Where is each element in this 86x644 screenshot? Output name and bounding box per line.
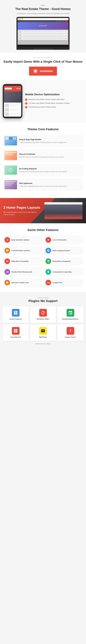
other-features-section: Some Other Features Easy Automatic Updat… [0, 223, 86, 292]
admin-icon [4, 248, 10, 253]
feature-row-1: Drag & Drop Page Builder Visual Composer… [3, 134, 83, 147]
multilang-label: Multi Language Support [52, 250, 70, 252]
install-section: One click on installation Easily Import … [0, 52, 86, 80]
freely-label: Free& compatible [3, 297, 83, 298]
laptop-mockup: 123 ELSTON AVE $450k $320k [16, 17, 70, 50]
multilang-icon [45, 248, 51, 253]
install-heading: Easily Import Demo With a Single Click o… [3, 60, 83, 64]
mailchimp-icon [39, 327, 47, 335]
contact-form-7-icon: 7 [67, 327, 74, 335]
home-pages-image [44, 202, 83, 219]
core-features-section: Theme Core Features Drag & Drop Page Bui… [0, 122, 86, 198]
revolution-slider-name: Revolution Slider [32, 318, 54, 320]
mobile-info: Mobile Device Optimization 1 Absolutely … [25, 93, 83, 110]
plugin-contact-form-7: 7 Contact Form 7 [57, 324, 83, 341]
mobile-feature-1: 1 Absolutely all scrollable sections sup… [25, 98, 83, 101]
plugin-booked: Booked Appointments [57, 306, 83, 323]
feature-card-sticky: Sticky Menus Supported [44, 257, 83, 266]
plugins-grid: Visual Composer Revolution Slider Booked… [3, 306, 83, 341]
maps-label: Customizable Google Map [52, 271, 72, 273]
feature-row-3: ✗ No Coding Required No need to be a pro… [3, 164, 83, 176]
hero-section: Meet The Real Estate Theme - Good Homes … [0, 0, 86, 52]
plugin-mailchimp: MailChimp [30, 324, 56, 341]
fonts-icons-icon [4, 280, 10, 286]
core-features-heading: Theme Core Features [3, 128, 83, 131]
essential-grid-name: Essential Grid [4, 336, 27, 338]
booked-name: Booked Appointments [59, 318, 82, 320]
revolution-slider-icon [39, 309, 47, 316]
essential-grid-icon [12, 327, 20, 335]
mobile-heading: Mobile Device Optimization [25, 93, 83, 96]
feature-card-easy-updates: Easy Automatic Updates [3, 235, 42, 244]
more-plugins-label: and many more others [3, 343, 83, 344]
plugins-section: Free& compatible Plugins We Support Visu… [0, 292, 86, 350]
parallax-icon [4, 269, 10, 275]
install-icon [33, 68, 38, 74]
home-pages-description: We create Beautiful Unique Demos with Di… [3, 211, 42, 216]
visual-composer-icon [12, 309, 20, 316]
home-pages-text: 2 Home Pages Layouts We create Beautiful… [3, 206, 42, 216]
phone-mockup [3, 84, 22, 118]
laptop-screen: 123 ELSTON AVE $450k $320k [18, 18, 68, 45]
feature-text-2: Easy to Customize Awesome easy-to-use op… [19, 153, 64, 158]
mailchimp-name: MailChimp [32, 336, 54, 338]
google-fonts-icon: Aa [45, 280, 51, 286]
feature-text-4: SEO Optimized HTML code integrated into … [19, 182, 67, 188]
parallax-label: Parallax Effect Backgrounds [11, 271, 32, 273]
feature-image-3: ✗ [4, 166, 17, 175]
home-pages-banner: 2 Home Pages Layouts We create Beautiful… [0, 198, 86, 223]
feature-card-megamenu: Mega Menu Compatible [3, 257, 42, 266]
hero-title: The Real Estate Theme - Good Homes [3, 7, 83, 11]
feature-row-4: SEO Optimized HTML code integrated into … [3, 178, 83, 191]
booked-icon [67, 309, 74, 316]
feature-image-1 [4, 136, 17, 146]
easy-updates-label: Easy Automatic Updates [11, 239, 30, 241]
hero-subtitle: An awesome user-friendly combination of … [3, 12, 83, 15]
sticky-label: Sticky Menus Supported [52, 260, 70, 262]
admin-label: Powerful Admin Interface [11, 250, 30, 252]
one-click-label: One click on installation [3, 57, 83, 58]
maps-icon [45, 269, 51, 275]
feature-row-2: Easy to Customize Awesome easy-to-use op… [3, 149, 83, 162]
feature-card-fonts-icons: Awesome Fontelo Icons [3, 278, 42, 287]
feature-card-multilang: Multi Language Support [44, 246, 83, 255]
sticky-icon [45, 258, 51, 264]
megamenu-label: Mega Menu Compatible [11, 260, 29, 262]
fonts-icons-label: Awesome Fontelo Icons [11, 282, 29, 284]
shortcodes-label: Lots of Shortcodes [52, 239, 66, 241]
install-button[interactable]: Installation [29, 66, 57, 76]
shortcodes-icon [45, 237, 51, 243]
megamenu-icon [4, 258, 10, 264]
feature-image-2 [4, 151, 17, 160]
other-features-heading: Some Other Features [3, 228, 83, 232]
phone-screen [4, 86, 21, 117]
feature-card-admin: Powerful Admin Interface [3, 246, 42, 255]
easy-updates-icon [4, 237, 10, 243]
install-label: Installation [40, 70, 53, 73]
feature-card-maps: Customizable Google Map [44, 268, 83, 276]
feature-card-parallax: Parallax Effect Backgrounds [3, 268, 42, 276]
feature-text-1: Drag & Drop Page Builder Visual Composer… [19, 138, 67, 144]
contact-form-7-name: Contact Form 7 [59, 336, 82, 338]
plugin-visual-composer: Visual Composer [3, 306, 29, 323]
visual-composer-name: Visual Composer [4, 318, 27, 320]
mobile-feature-2: 2 The theme uses Mobile Friendly sliders… [25, 102, 83, 104]
plugin-essential-grid: Essential Grid [3, 324, 29, 341]
feature-card-shortcodes: Lots of Shortcodes [44, 235, 83, 244]
mobile-section: Mobile Device Optimization 1 Absolutely … [0, 80, 86, 122]
home-pages-heading: 2 Home Pages Layouts [3, 206, 42, 210]
google-fonts-label: Google Fonts [52, 282, 62, 284]
feature-text-3: No Coding Required No need to be a profe… [19, 168, 67, 173]
plugin-revolution-slider: Revolution Slider [30, 306, 56, 323]
feature-image-4 [4, 180, 17, 189]
feature-card-google-fonts: Aa Google Fonts [44, 278, 83, 287]
meet-label: Meet [3, 4, 83, 6]
mobile-feature-3: 3 Fully Responsive layout & Retina Ready [25, 106, 83, 108]
plugins-heading: Plugins We Support [3, 299, 83, 303]
features-grid: Easy Automatic Updates Lots of Shortcode… [3, 235, 83, 287]
